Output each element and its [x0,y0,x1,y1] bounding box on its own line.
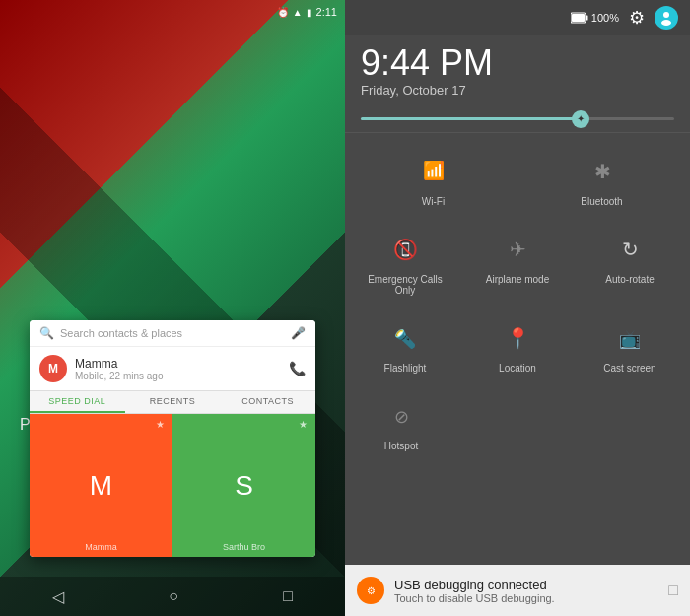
autorotate-icon: ↻ [616,235,644,262]
hotspot-icon-box: ⊘ [380,393,423,437]
svg-text:📵: 📵 [393,238,418,261]
usb-notification[interactable]: ⚙ USB debugging connected Touch to disab… [345,565,690,616]
usb-icon: ⚙ [363,582,379,598]
bluetooth-icon: ✱ [588,157,616,184]
status-bar-left: ⏰ ▲ ▮ 2:11 [0,0,345,24]
svg-point-4 [661,20,671,26]
qs-bluetooth[interactable]: ✱ Bluetooth [558,141,647,215]
phone-search-bar[interactable]: 🔍 Search contacts & places 🎤 [30,320,315,347]
qs-row-1: 📶 ! Wi-Fi ✱ Bluetooth [349,141,686,215]
emergency-label: Emergency Calls Only [365,274,446,296]
notif-dismiss-icon[interactable]: □ [668,582,678,599]
hotspot-label: Hotspot [384,441,418,451]
caller-detail: Mobile, 22 mins ago [75,371,281,381]
autorotate-label: Auto-rotate [605,274,654,285]
qs-flashlight[interactable]: 🔦 Flashlight [361,308,449,381]
battery-info: 100% [571,12,619,24]
phone-tabs: SPEED DIAL RECENTS CONTACTS [30,390,315,414]
notif-text-area: USB debugging connected Touch to disable… [394,578,658,604]
hotspot-icon: ⊘ [387,401,415,429]
speed-dial-name-s: Sarthu Bro [223,542,265,552]
call-back-icon[interactable]: 📞 [289,361,306,376]
status-bar-right: 100% ⚙ [345,0,690,35]
qs-emergency[interactable]: 📵 Emergency Calls Only [361,219,449,304]
qs-airplane[interactable]: ✈ Airplane mode [473,219,562,304]
speed-dial-letter-s: S [235,470,253,502]
wifi-icon-box: 📶 ! [412,149,455,192]
tab-speed-dial[interactable]: SPEED DIAL [30,391,125,413]
svg-text:!: ! [440,160,443,171]
notification-shade: 100% ⚙ 9:44 PM Friday, October 17 ✦ [345,0,690,616]
caller-name: Mamma [75,357,281,371]
flashlight-icon-box: 🔦 [383,315,427,359]
date-display: Friday, October 17 [361,83,674,98]
svg-text:↻: ↻ [622,239,639,260]
speed-dial-letter-m: M [90,470,112,502]
brightness-area[interactable]: ✦ [345,105,690,133]
castscreen-label: Cast screen [603,363,656,374]
location-icon-box: 📍 [496,315,539,359]
notif-subtitle: Touch to disable USB debugging. [394,592,658,604]
notif-usb-icon: ⚙ [357,577,384,604]
speed-dial-mamma[interactable]: M Mamma ★ [30,414,172,557]
tab-recents[interactable]: RECENTS [125,391,221,413]
qs-row-3: 🔦 Flashlight 📍 Location 📺 [349,308,686,381]
qs-castscreen[interactable]: 📺 Cast screen [586,308,674,381]
quick-settings-grid: 📶 ! Wi-Fi ✱ Bluetooth � [345,133,690,565]
bluetooth-label: Bluetooth [581,196,622,207]
brightness-sun-icon: ✦ [577,113,585,124]
recent-call-item[interactable]: M Mamma Mobile, 22 mins ago 📞 [30,347,315,390]
nav-bar: ◁ ○ □ [0,577,345,616]
speed-dial-sarthu[interactable]: S Sarthu Bro ★ [172,414,315,557]
qs-autorotate[interactable]: ↻ Auto-rotate [586,219,674,304]
notif-title: USB debugging connected [394,578,658,592]
brightness-slider[interactable]: ✦ [361,117,674,120]
caller-info: Mamma Mobile, 22 mins ago [75,357,281,381]
home-button[interactable]: ○ [169,587,178,605]
alarm-icon: ⏰ [277,7,289,18]
qs-hotspot[interactable]: ⊘ Hotspot [357,385,446,459]
cast-screen-icon: 📺 [616,323,644,351]
search-placeholder-text: Search contacts & places [60,327,285,339]
location-label: Location [499,363,536,374]
qs-location[interactable]: 📍 Location [473,308,562,381]
emergency-calls-icon: 📵 [391,235,419,262]
mic-icon[interactable]: 🎤 [291,326,306,340]
status-time-left: 2:11 [316,6,337,18]
android-homescreen: ⏰ ▲ ▮ 2:11 Phone 📞 🔍 Search contacts & p… [0,0,345,616]
qs-wifi[interactable]: 📶 ! Wi-Fi [389,141,478,215]
battery-percent: 100% [591,12,619,24]
battery-icon-left: ▮ [307,7,312,18]
battery-icon-right [571,12,588,24]
phone-popup: 🔍 Search contacts & places 🎤 M Mamma Mob… [30,320,315,557]
flashlight-icon: 🔦 [391,323,419,351]
qs-row-2: 📵 Emergency Calls Only ✈ Airplane mode ↻ [349,219,686,304]
user-icon [658,10,674,26]
svg-text:✈: ✈ [510,239,526,260]
emergency-icon-box: 📵 [383,227,427,270]
time-display: 9:44 PM [361,45,674,81]
svg-text:📍: 📍 [506,326,530,350]
signal-icon: ▲ [293,7,303,18]
tab-contacts[interactable]: CONTACTS [220,391,315,413]
recents-button[interactable]: □ [283,587,293,605]
back-button[interactable]: ◁ [52,587,64,606]
airplane-label: Airplane mode [486,274,549,285]
svg-text:📺: 📺 [619,328,642,350]
location-icon: 📍 [504,323,531,351]
caller-avatar: M [39,355,67,382]
airplane-icon: ✈ [504,235,531,262]
svg-text:🔦: 🔦 [394,328,417,350]
svg-text:⚙: ⚙ [367,585,376,596]
datetime-area: 9:44 PM Friday, October 17 [345,35,690,105]
qs-row-4: ⊘ Hotspot [349,385,686,459]
speed-dial-name-m: Mamma [85,542,117,552]
castscreen-icon-box: 📺 [608,315,652,359]
svg-text:✱: ✱ [593,161,610,182]
svg-rect-2 [572,14,585,22]
speed-dial-fav-m: ★ [156,419,165,430]
settings-icon[interactable]: ⚙ [629,7,645,29]
wifi-label: Wi-Fi [422,196,445,207]
user-avatar[interactable] [655,6,678,30]
speed-dial-grid: M Mamma ★ S Sarthu Bro ★ [30,414,315,557]
